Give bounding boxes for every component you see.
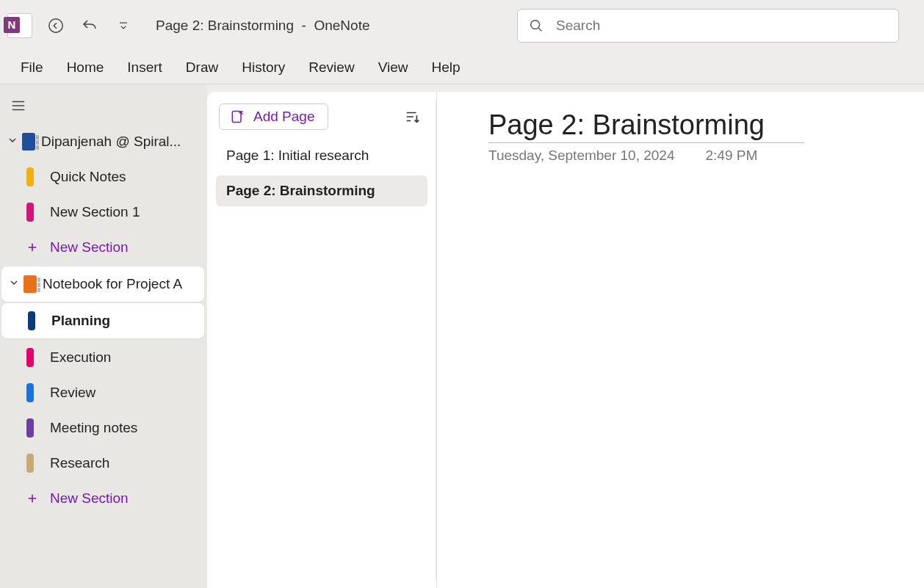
app-icon <box>7 13 32 38</box>
section-label: Review <box>50 385 207 401</box>
section-row[interactable]: Meeting notes <box>0 410 207 446</box>
nav-toggle-button[interactable] <box>6 93 31 118</box>
sort-pages-button[interactable] <box>400 104 425 129</box>
new-section-label: New Section <box>50 239 207 255</box>
section-row[interactable]: Research <box>0 446 207 481</box>
section-row[interactable]: Review <box>0 375 207 410</box>
title-app-name: OneNote <box>314 18 369 33</box>
search-input[interactable] <box>555 17 888 35</box>
page-canvas[interactable]: Page 2: Brainstorming Tuesday, September… <box>437 92 924 588</box>
menu-home[interactable]: Home <box>67 59 104 76</box>
title-bar: Page 2: Brainstorming - OneNote <box>0 0 924 51</box>
title-page-name: Page 2: Brainstorming <box>156 18 294 33</box>
section-label: Meeting notes <box>50 420 207 436</box>
svg-point-0 <box>49 19 62 32</box>
qat-dropdown-button[interactable] <box>109 11 138 40</box>
notebook-icon <box>24 275 37 293</box>
new-section-button[interactable]: New Section <box>0 230 207 265</box>
notebook-icon <box>22 133 35 150</box>
sort-descending-icon <box>404 109 420 125</box>
menu-history[interactable]: History <box>242 59 285 76</box>
new-section-button[interactable]: New Section <box>0 481 207 516</box>
undo-button[interactable] <box>75 11 104 40</box>
page-title-input[interactable]: Page 2: Brainstorming <box>488 109 804 143</box>
chevron-down-icon <box>3 134 22 150</box>
page-date: Tuesday, September 10, 2024 <box>488 148 675 164</box>
notebook-row[interactable]: Dipanjenah @ Spiral... <box>0 124 207 159</box>
add-page-button[interactable]: Add Page <box>219 104 328 130</box>
svg-point-1 <box>531 21 540 29</box>
section-label: Research <box>50 455 207 471</box>
window-title: Page 2: Brainstorming - OneNote <box>156 18 370 34</box>
search-icon <box>528 18 544 34</box>
chevron-down-icon <box>4 276 24 292</box>
section-row[interactable]: Quick Notes <box>0 159 207 195</box>
menu-help[interactable]: Help <box>431 59 460 76</box>
section-color-tab <box>26 348 34 367</box>
section-color-tab <box>26 418 34 438</box>
section-color-tab <box>26 167 34 186</box>
section-color-tab <box>26 383 34 402</box>
add-page-label: Add Page <box>253 109 314 125</box>
section-color-tab <box>26 203 34 222</box>
notebook-row[interactable]: Notebook for Project A <box>1 266 204 302</box>
add-page-icon <box>230 109 245 124</box>
plus-icon <box>25 240 40 255</box>
menu-review[interactable]: Review <box>308 59 354 76</box>
notebook-label: Notebook for Project A <box>43 276 204 292</box>
new-section-label: New Section <box>50 490 207 507</box>
section-label: Planning <box>51 313 204 329</box>
notebook-nav: Dipanjenah @ Spiral...Quick NotesNew Sec… <box>0 84 207 588</box>
section-row[interactable]: Planning <box>1 303 204 338</box>
menu-file[interactable]: File <box>21 59 43 76</box>
page-list-item[interactable]: Page 1: Initial research <box>216 140 427 171</box>
menu-draw[interactable]: Draw <box>186 59 218 76</box>
section-color-tab <box>28 311 35 330</box>
plus-icon <box>25 491 40 506</box>
section-label: New Section 1 <box>50 204 207 220</box>
page-datetime: Tuesday, September 10, 2024 2:49 PM <box>488 148 924 164</box>
search-box[interactable] <box>517 9 899 43</box>
section-row[interactable]: New Section 1 <box>0 195 207 230</box>
page-list-item[interactable]: Page 2: Brainstorming <box>216 175 427 206</box>
section-color-tab <box>26 454 34 473</box>
menu-insert[interactable]: Insert <box>127 59 162 76</box>
menu-bar: FileHomeInsertDrawHistoryReviewViewHelp <box>0 51 924 84</box>
section-label: Quick Notes <box>50 169 207 185</box>
page-time: 2:49 PM <box>706 148 758 164</box>
menu-view[interactable]: View <box>378 59 408 76</box>
notebook-label: Dipanjenah @ Spiral... <box>41 134 207 150</box>
section-label: Execution <box>50 349 207 366</box>
page-list-pane: Add Page Page 1: Initial researchPage 2:… <box>207 92 437 588</box>
back-button[interactable] <box>41 11 71 40</box>
section-row[interactable]: Execution <box>0 340 207 375</box>
